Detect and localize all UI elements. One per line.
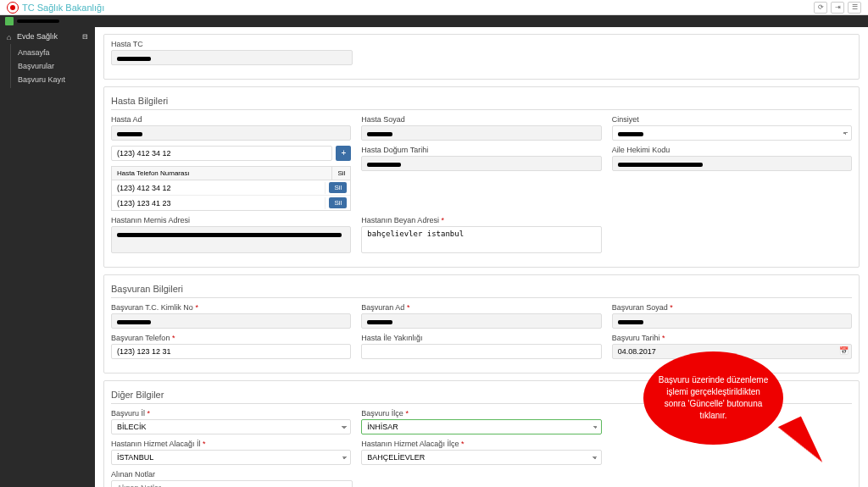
basvuran-ad-input[interactable] [361, 313, 601, 329]
table-row: (123) 412 34 12 Sil [112, 180, 350, 196]
basvuran-soyad-input[interactable] [612, 313, 852, 329]
sidebar-item-anasayfa[interactable]: Anasayfa [11, 46, 95, 59]
phone-th-number: Hasta Telefon Numarası [112, 167, 332, 180]
basvuran-ad-label: Başvuran Ad [361, 303, 404, 312]
hasta-ad-input[interactable] [111, 125, 351, 141]
hasta-soyad-label: Hasta Soyad [361, 115, 601, 124]
basvuru-ilce-select[interactable]: İNHİSAR [361, 419, 601, 434]
table-row: (123) 123 41 23 Sil [112, 196, 350, 210]
yakinlik-label: Hasta İle Yakınlığı [361, 334, 601, 342]
refresh-icon[interactable]: ⟳ [814, 2, 827, 14]
hizmet-il-select[interactable]: İSTANBUL [111, 450, 351, 465]
phone-cell: (123) 412 34 12 [112, 182, 326, 194]
username-redacted [17, 19, 59, 23]
cinsiyet-select[interactable] [612, 125, 852, 141]
delete-phone-button[interactable]: Sil [329, 182, 347, 193]
menu-icon[interactable]: ☰ [848, 2, 861, 14]
hizmet-ilce-label: Hastanın Hizmet Alacağı İlçe [361, 440, 459, 448]
hasta-tc-label: Hasta TC [111, 40, 353, 48]
mernis-textarea[interactable] [111, 226, 351, 253]
ministry-logo [7, 2, 19, 14]
hasta-bilgileri-panel: Hasta Bilgileri Hasta Ad Hasta Soyad Cin… [103, 86, 860, 268]
module-title: Evde Sağlık [17, 32, 58, 41]
mernis-label: Hastanın Mernis Adresi [111, 216, 351, 224]
collapse-icon[interactable]: ⊟ [82, 33, 88, 41]
avatar [5, 17, 14, 25]
basvuran-tel-input[interactable] [111, 344, 351, 359]
sidebar-item-basvurular[interactable]: Başvurular [11, 59, 95, 73]
basvuru-tarih-label: Başvuru Tarihi [612, 334, 660, 342]
phone-th-del: Sil [332, 167, 350, 180]
notlar-label: Alınan Notlar [111, 470, 353, 479]
sidebar: ⌂ Evde Sağlık ⊟ Anasayfa Başvurular Başv… [0, 27, 95, 487]
basvuru-ilce-label: Başvuru İlçe [361, 409, 403, 418]
basvuru-il-label: Başvuru İl [111, 409, 145, 418]
phone-table: Hasta Telefon Numarası Sil (123) 412 34 … [111, 166, 351, 211]
hizmet-il-label: Hastanın Hizmet Alacağı İl [111, 440, 201, 448]
dogum-label: Hasta Doğum Tarihi [361, 146, 601, 154]
home-icon: ⌂ [7, 33, 14, 40]
add-phone-button[interactable]: + [336, 146, 351, 161]
hasta-tc-input[interactable] [111, 50, 353, 65]
logout-icon[interactable]: ⇥ [831, 2, 844, 14]
app-header: TC Sağlık Bakanlığı ⟳ ⇥ ☰ [0, 0, 868, 15]
beyan-textarea[interactable]: bahçelievler istanbul [361, 226, 601, 253]
cinsiyet-label: Cinsiyet [612, 115, 852, 124]
basvuran-soyad-label: Başvuran Soyad [612, 303, 668, 312]
phone-cell: (123) 123 41 23 [112, 197, 326, 209]
calendar-icon[interactable]: 📅 [839, 346, 849, 355]
phone-input[interactable] [111, 146, 332, 161]
basvuran-tel-label: Başvuran Telefon [111, 334, 170, 342]
aile-input[interactable] [612, 156, 852, 171]
basvuran-title: Başvuran Bilgileri [111, 284, 852, 298]
basvuru-il-select[interactable]: BİLECİK [111, 419, 351, 434]
delete-phone-button[interactable]: Sil [329, 197, 347, 208]
basvuran-tc-input[interactable] [111, 313, 351, 329]
hasta-bilgileri-title: Hasta Bilgileri [111, 96, 852, 110]
sidebar-item-basvuru-kayit[interactable]: Başvuru Kayıt [11, 73, 95, 86]
notlar-input[interactable] [111, 480, 353, 487]
instruction-callout: Başvuru üzerinde düzenleme işlemi gerçek… [643, 351, 783, 445]
beyan-label: Hastanın Beyan Adresi [361, 216, 439, 224]
yakinlik-input[interactable] [361, 344, 601, 359]
hizmet-ilce-select[interactable]: BAHÇELİEVLER [361, 450, 601, 465]
hasta-tc-panel: Hasta TC [103, 34, 860, 80]
user-bar [0, 15, 868, 27]
hasta-soyad-input[interactable] [361, 125, 601, 141]
hasta-ad-label: Hasta Ad [111, 115, 351, 124]
dogum-input[interactable] [361, 156, 601, 171]
aile-label: Aile Hekimi Kodu [612, 146, 852, 154]
brand-text: TC Sağlık Bakanlığı [22, 3, 104, 13]
basvuran-tc-label: Başvuran T.C. Kimlik No [111, 303, 193, 312]
